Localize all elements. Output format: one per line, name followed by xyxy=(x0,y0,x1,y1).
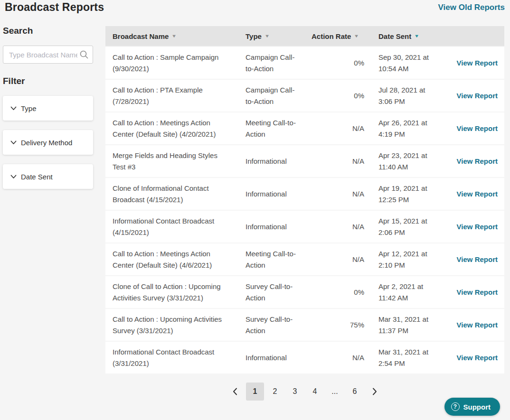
action-rate-cell: 0% xyxy=(312,287,378,298)
table-row: Call to Action : Sample Campaign (9/30/2… xyxy=(105,47,504,79)
table-row: Clone of Call to Action : Upcoming Activ… xyxy=(105,276,504,308)
type-cell: Meeting Call-to-Action xyxy=(246,117,312,140)
page-numbers: 1234...6 xyxy=(246,383,364,401)
table-header-row: Broadcast Name ▼ Type ▼ Action Rate ▼ Da… xyxy=(105,26,504,46)
date-sent-cell: Apr 12, 2021 at 2:10 PM xyxy=(378,248,456,271)
filter-label: Date Sent xyxy=(21,173,53,181)
page-button-4[interactable]: 4 xyxy=(306,383,324,401)
support-label: Support xyxy=(463,403,491,411)
broadcast-name-cell: Clone of Call to Action : Upcoming Activ… xyxy=(105,281,246,304)
search-box xyxy=(3,46,93,64)
action-rate-cell: 75% xyxy=(312,319,378,331)
date-sent-cell: Mar 31, 2021 at 11:37 PM xyxy=(378,314,456,336)
page-button-2[interactable]: 2 xyxy=(266,383,284,401)
chevron-down-icon xyxy=(10,140,17,145)
next-page-button[interactable] xyxy=(366,383,384,401)
view-report-link[interactable]: View Report xyxy=(457,124,498,132)
search-heading: Search xyxy=(3,26,93,36)
date-sent-cell: Mar 31, 2021 at 2:54 PM xyxy=(378,346,456,369)
broadcast-name-cell: Clone of Informational Contact Broadcast… xyxy=(105,183,246,205)
table-row: Call to Action : Meetings Action Center … xyxy=(105,243,504,275)
sort-desc-icon[interactable]: ▼ xyxy=(354,34,359,38)
type-cell: Survey Call-to-Action xyxy=(246,314,312,336)
table-row: Call to Action : Upcoming Activities Sur… xyxy=(105,309,504,341)
date-sent-cell: Sep 30, 2021 at 10:54 AM xyxy=(378,52,456,75)
filter-delivery-method[interactable]: Delivery Method xyxy=(3,130,93,155)
action-rate-cell: N/A xyxy=(312,188,378,200)
chevron-down-icon xyxy=(10,106,17,111)
filter-date-sent[interactable]: Date Sent xyxy=(3,164,93,189)
action-rate-cell: N/A xyxy=(312,254,378,265)
broadcast-name-cell: Call to Action : Upcoming Activities Sur… xyxy=(105,314,246,336)
view-report-link[interactable]: View Report xyxy=(457,223,498,231)
date-sent-cell: Apr 2, 2021 at 11:42 AM xyxy=(378,281,456,304)
broadcast-name-cell: Call to Action : Meetings Action Center … xyxy=(105,117,246,140)
filter-type[interactable]: Type xyxy=(3,96,93,121)
view-report-link[interactable]: View Report xyxy=(457,190,498,198)
type-cell: Informational xyxy=(246,188,312,200)
column-header-type[interactable]: Type ▼ xyxy=(246,32,312,40)
table-body: Call to Action : Sample Campaign (9/30/2… xyxy=(105,47,504,373)
column-header-action-rate[interactable]: Action Rate ▼ xyxy=(312,32,378,40)
broadcast-name-cell: Merge Fields and Heading Styles Test #3 xyxy=(105,150,246,173)
table-row: Merge Fields and Heading Styles Test #3 … xyxy=(105,145,504,177)
sidebar: Search Filter Type Delivery Method Date … xyxy=(3,26,93,189)
date-sent-cell: Apr 23, 2021 at 11:40 AM xyxy=(378,150,456,173)
view-report-link[interactable]: View Report xyxy=(457,157,498,165)
type-cell: Survey Call-to-Action xyxy=(246,281,312,304)
type-cell: Meeting Call-to-Action xyxy=(246,248,312,271)
table-row: Clone of Informational Contact Broadcast… xyxy=(105,178,504,210)
page-button-1[interactable]: 1 xyxy=(246,383,264,401)
view-report-link[interactable]: View Report xyxy=(457,92,498,100)
previous-page-button[interactable] xyxy=(226,383,244,401)
search-input[interactable] xyxy=(3,46,93,64)
broadcast-name-cell: Call to Action : PTA Example (7/28/2021) xyxy=(105,84,246,107)
type-cell: Campaign Call-to-Action xyxy=(246,84,312,107)
broadcast-reports-table: Broadcast Name ▼ Type ▼ Action Rate ▼ Da… xyxy=(105,26,504,374)
type-cell: Informational xyxy=(246,352,312,364)
action-rate-cell: 0% xyxy=(312,90,378,102)
date-sent-cell: Apr 15, 2021 at 2:06 PM xyxy=(378,215,456,238)
date-sent-cell: Apr 19, 2021 at 12:25 PM xyxy=(378,183,456,205)
pagination: 1234...6 xyxy=(105,383,504,401)
broadcast-name-cell: Informational Contact Broadcast (4/15/20… xyxy=(105,215,246,238)
date-sent-cell: Jul 28, 2021 at 3:06 PM xyxy=(378,84,456,107)
filter-label: Delivery Method xyxy=(21,139,72,147)
help-icon: ? xyxy=(451,402,460,411)
action-rate-cell: 0% xyxy=(312,57,378,69)
filter-label: Type xyxy=(21,104,37,112)
view-report-link[interactable]: View Report xyxy=(457,354,498,362)
view-report-link[interactable]: View Report xyxy=(457,288,498,296)
table-row: Informational Contact Broadcast (3/31/20… xyxy=(105,342,504,373)
sort-desc-icon[interactable]: ▼ xyxy=(171,34,177,38)
table-row: Call to Action : PTA Example (7/28/2021)… xyxy=(105,80,504,112)
broadcast-name-cell: Call to Action : Meetings Action Center … xyxy=(105,248,246,271)
page-button-6[interactable]: 6 xyxy=(346,383,364,401)
type-cell: Informational xyxy=(246,156,312,167)
page-ellipsis: ... xyxy=(326,383,344,401)
action-rate-cell: N/A xyxy=(312,221,378,233)
sort-desc-icon[interactable]: ▼ xyxy=(264,34,270,38)
page-title: Broadcast Reports xyxy=(5,1,104,14)
broadcast-name-cell: Call to Action : Sample Campaign (9/30/2… xyxy=(105,52,246,75)
broadcast-name-cell: Informational Contact Broadcast (3/31/20… xyxy=(105,346,246,369)
support-button[interactable]: ? Support xyxy=(444,398,501,416)
view-report-link[interactable]: View Report xyxy=(457,321,498,329)
column-header-date-sent[interactable]: Date Sent ▼ xyxy=(378,32,456,40)
page-button-3[interactable]: 3 xyxy=(286,383,304,401)
view-report-link[interactable]: View Report xyxy=(457,59,498,67)
table-row: Call to Action : Meetings Action Center … xyxy=(105,112,504,144)
chevron-down-icon xyxy=(10,175,17,179)
filter-heading: Filter xyxy=(3,76,93,86)
view-old-reports-link[interactable]: View Old Reports xyxy=(438,3,505,12)
date-sent-cell: Apr 26, 2021 at 4:19 PM xyxy=(378,117,456,140)
sort-desc-icon-active[interactable]: ▼ xyxy=(414,34,419,38)
action-rate-cell: N/A xyxy=(312,123,378,134)
type-cell: Informational xyxy=(246,221,312,233)
table-row: Informational Contact Broadcast (4/15/20… xyxy=(105,211,504,243)
type-cell: Campaign Call-to-Action xyxy=(246,52,312,75)
column-header-broadcast-name[interactable]: Broadcast Name ▼ xyxy=(105,32,246,40)
view-report-link[interactable]: View Report xyxy=(457,255,498,263)
action-rate-cell: N/A xyxy=(312,352,378,364)
action-rate-cell: N/A xyxy=(312,156,378,167)
